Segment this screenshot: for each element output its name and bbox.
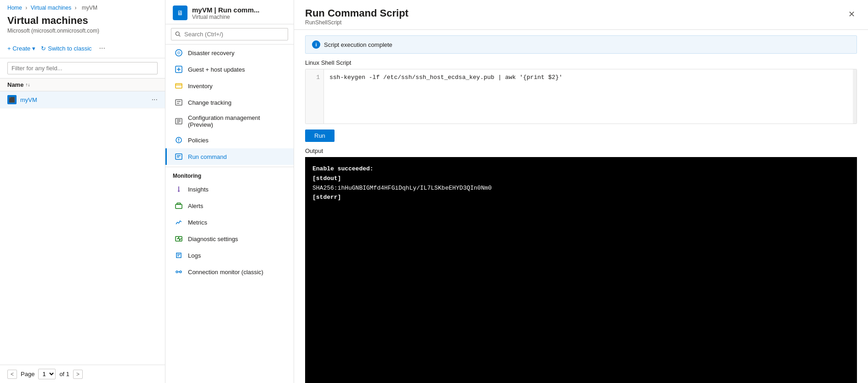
disaster-icon	[174, 48, 183, 57]
nav-item-insights[interactable]: Insights	[165, 181, 294, 197]
svg-rect-9	[176, 204, 182, 208]
code-content[interactable]: ssh-keygen -lf /etc/ssh/ssh_host_ecdsa_k…	[324, 69, 857, 124]
svg-point-12	[176, 271, 178, 273]
run-button[interactable]: Run	[305, 130, 335, 142]
nav-item-alerts[interactable]: Alerts	[165, 197, 294, 214]
svg-point-8	[178, 190, 180, 192]
table-header-name: Name ↑↓	[7, 81, 30, 88]
output-label: Output	[305, 147, 857, 154]
filter-input[interactable]	[7, 62, 158, 74]
connection-icon	[174, 267, 183, 276]
breadcrumb-vms[interactable]: Virtual machines	[31, 5, 72, 11]
monitoring-section-header: Monitoring	[165, 169, 294, 181]
prev-page-button[interactable]: <	[7, 370, 17, 379]
nav-item-inventory[interactable]: Inventory	[165, 78, 294, 94]
nav-item-disaster-recovery[interactable]: Disaster recovery	[165, 45, 294, 61]
switch-button[interactable]: ↻ Switch to classic	[41, 43, 91, 54]
logs-icon	[174, 251, 183, 260]
diagnostic-icon	[174, 234, 183, 243]
nav-item-connection-monitor[interactable]: Connection monitor (classic)	[165, 264, 294, 280]
info-icon: i	[312, 40, 320, 49]
create-label: + Create	[7, 45, 30, 52]
vm-icon: ⬛	[7, 95, 17, 104]
page-select[interactable]: 1	[38, 369, 56, 379]
vm-panel-header: 🖥 myVM | Run comm... Virtual machine	[165, 0, 294, 24]
nav-item-config-management[interactable]: Configuration management (Preview)	[165, 111, 294, 132]
table-header: Name ↑↓	[0, 79, 165, 91]
breadcrumb-sep1: ›	[25, 5, 27, 11]
switch-icon: ↻	[41, 45, 46, 52]
nav-label-change-tracking: Change tracking	[188, 99, 232, 106]
nav-label-logs: Logs	[188, 252, 201, 259]
code-editor[interactable]: 1 ssh-keygen -lf /etc/ssh/ssh_host_ecdsa…	[305, 69, 857, 124]
nav-label-alerts: Alerts	[188, 203, 203, 209]
output-line: Enable succeeded:	[312, 164, 850, 174]
toolbar: + Create ▾ ↻ Switch to classic ···	[0, 39, 165, 58]
vm-name-cell: ⬛ myVM	[7, 95, 37, 104]
nav-label-disaster-recovery: Disaster recovery	[188, 50, 234, 56]
panel-title: Virtual machines	[0, 13, 165, 28]
nav-label-guest-updates: Guest + host updates	[188, 66, 245, 73]
script-content: Linux Shell Script 1 ssh-keygen -lf /etc…	[294, 59, 868, 383]
page-label: Page	[21, 371, 34, 377]
script-section-label: Linux Shell Script	[305, 59, 857, 66]
nav-label-run-command: Run command	[188, 153, 227, 160]
vm-panel-type: Virtual machine	[192, 14, 260, 20]
nav-item-diagnostic[interactable]: Diagnostic settings	[165, 231, 294, 247]
pagination: < Page 1 of 1 >	[0, 365, 165, 383]
nav-section-monitoring: Insights Alerts Metrics Diagnostic setti…	[165, 181, 294, 280]
nav-label-insights: Insights	[188, 186, 209, 193]
svg-point-6	[178, 141, 179, 142]
nav-divider	[165, 167, 294, 167]
nav-item-run-command[interactable]: Run command	[165, 148, 294, 165]
create-button[interactable]: + Create ▾	[7, 43, 35, 54]
updates-icon	[174, 65, 183, 74]
script-title-group: Run Command Script RunShellScript	[305, 7, 408, 26]
breadcrumb-vm: myVM	[82, 5, 97, 11]
vm-icon-symbol: ⬛	[9, 97, 15, 103]
more-button[interactable]: ···	[97, 42, 107, 54]
search-bar	[165, 24, 294, 45]
insights-icon	[174, 185, 183, 194]
change-icon	[174, 98, 183, 107]
nav-section-operations: Disaster recovery Guest + host updates I…	[165, 45, 294, 165]
nav-label-diagnostic: Diagnostic settings	[188, 236, 238, 242]
output-terminal: Enable succeeded:[stdout]SHA256:ihHuGNBI…	[305, 157, 857, 383]
close-button[interactable]: ✕	[846, 7, 857, 21]
run-icon	[174, 152, 183, 161]
info-banner: i Script execution complete	[305, 35, 857, 54]
nav-label-metrics: Metrics	[188, 219, 207, 226]
vm-list-panel: Home › Virtual machines › myVM Virtual m…	[0, 0, 165, 383]
switch-label: Switch to classic	[48, 45, 91, 52]
search-input[interactable]	[171, 28, 288, 40]
script-header: Run Command Script RunShellScript ✕	[294, 0, 868, 30]
line-number-1: 1	[309, 73, 320, 83]
output-line: [stdout]	[312, 174, 850, 184]
breadcrumb-home[interactable]: Home	[7, 5, 22, 11]
chevron-down-icon: ▾	[32, 45, 35, 52]
vm-name-text: myVM	[20, 96, 37, 103]
nav-item-guest-updates[interactable]: Guest + host updates	[165, 61, 294, 78]
nav-label-inventory: Inventory	[188, 83, 212, 90]
output-line: [stderr]	[312, 193, 850, 203]
vm-nav-panel: 🖥 myVM | Run comm... Virtual machine Dis…	[165, 0, 294, 383]
vm-panel-name: myVM | Run comm...	[192, 6, 260, 14]
line-numbers: 1	[306, 69, 324, 124]
nav-item-policies[interactable]: Policies	[165, 132, 294, 148]
nav-item-change-tracking[interactable]: Change tracking	[165, 94, 294, 111]
breadcrumb: Home › Virtual machines › myVM	[0, 0, 165, 13]
vm-panel-icon: 🖥	[173, 6, 187, 20]
nav-item-logs[interactable]: Logs	[165, 247, 294, 264]
nav-item-metrics[interactable]: Metrics	[165, 214, 294, 231]
page-of: of 1	[59, 371, 69, 377]
vm-row[interactable]: ⬛ myVM ···	[0, 91, 165, 108]
svg-rect-2	[176, 84, 182, 88]
run-command-panel: Run Command Script RunShellScript ✕ i Sc…	[294, 0, 868, 383]
svg-rect-10	[177, 203, 181, 204]
svg-rect-3	[176, 100, 182, 105]
vm-row-more-button[interactable]: ···	[152, 96, 158, 104]
next-page-button[interactable]: >	[73, 370, 83, 379]
code-scrollbar[interactable]	[853, 69, 857, 124]
inventory-icon	[174, 81, 183, 90]
sort-icon: ↑↓	[25, 82, 30, 87]
